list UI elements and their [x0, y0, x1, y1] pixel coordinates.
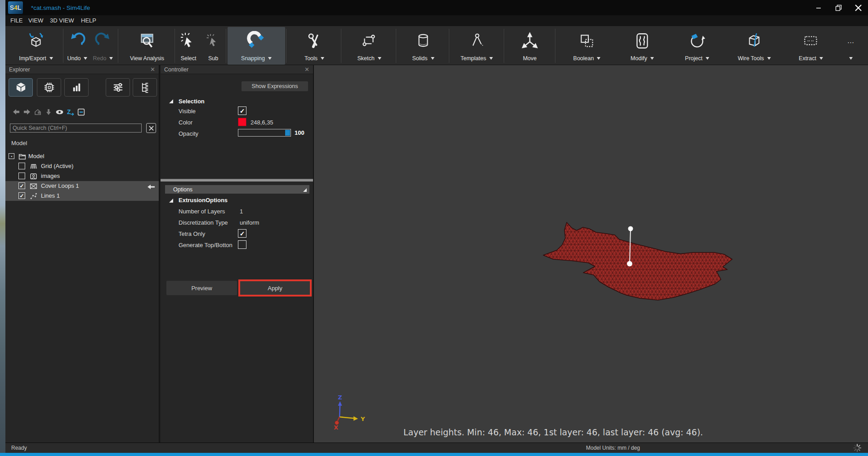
visibility-button[interactable] [55, 107, 64, 116]
opacity-slider[interactable] [238, 129, 291, 137]
dropdown-arrow-icon[interactable] [268, 57, 272, 60]
toolbar-templates-button[interactable]: Templates [451, 27, 503, 65]
tree-checkbox[interactable] [18, 163, 25, 169]
toolbar-overflow-button[interactable]: … [839, 27, 863, 65]
zoom-to-button[interactable]: Z [66, 107, 75, 116]
tree-checkbox[interactable]: ✓ [18, 192, 25, 199]
tree-item-label: Grid (Active) [41, 163, 73, 169]
tree-checkbox[interactable]: ▪ [9, 153, 14, 159]
toolbar-boolean-button[interactable]: Boolean [560, 27, 614, 65]
opacity-slider-handle[interactable] [285, 130, 290, 136]
eye-icon [55, 108, 64, 116]
menu-3d-view[interactable]: 3D VIEW [50, 15, 74, 26]
toolbar-sketch-button[interactable]: Sketch [344, 27, 395, 65]
svg-text:Z: Z [67, 108, 71, 115]
extrusion-options-title[interactable]: ExtrusionOptions [179, 197, 228, 204]
tree-row-lines[interactable]: ✓ Lines 1 [5, 191, 159, 201]
nav-forward-button[interactable] [22, 107, 31, 116]
toolbar-select-button[interactable]: Select [176, 27, 201, 65]
tab-analysis-view[interactable] [64, 78, 89, 97]
nav-home-button[interactable] [33, 107, 42, 116]
selection-section-title[interactable]: Selection [179, 98, 205, 105]
viewport-3d[interactable]: Z Y X Layer heights. Min: 46, Max: 46, 1… [314, 65, 868, 443]
cat-mesh[interactable] [543, 222, 732, 300]
dropdown-arrow-icon[interactable] [597, 57, 600, 60]
search-input[interactable] [10, 124, 142, 133]
menu-view[interactable]: VIEW [28, 15, 43, 26]
minimize-button[interactable] [809, 0, 828, 15]
dropdown-arrow-icon[interactable] [84, 57, 87, 60]
toolbar-wire-tools-button[interactable]: Wire Tools [728, 27, 781, 65]
tab-model-view[interactable] [9, 78, 33, 97]
dropdown-arrow-icon[interactable] [819, 57, 823, 60]
dropdown-arrow-icon[interactable] [431, 57, 434, 60]
tetra-only-checkbox[interactable]: ✓ [238, 229, 246, 238]
dropdown-arrow-icon[interactable] [650, 57, 654, 60]
color-swatch[interactable] [238, 118, 246, 126]
toolbar-undo-button[interactable]: Undo [65, 27, 90, 65]
tree-item-label: images [41, 173, 60, 179]
dropdown-arrow-icon[interactable] [49, 57, 53, 60]
color-value[interactable]: 248,6,35 [251, 119, 273, 126]
toolbar-redo-button[interactable]: Redo [90, 27, 116, 65]
viewport-canvas[interactable]: Z Y X [314, 65, 868, 443]
tree-checkbox[interactable]: ✓ [18, 182, 25, 189]
dropdown-arrow-icon[interactable] [109, 57, 113, 60]
expander-icon[interactable] [169, 99, 173, 103]
menu-file[interactable]: FILE [10, 15, 22, 26]
tab-properties[interactable] [106, 78, 130, 97]
search-clear-button[interactable] [146, 123, 156, 133]
dropdown-arrow-icon[interactable] [849, 57, 853, 60]
tree-row-images[interactable]: images [5, 171, 159, 181]
image-icon [30, 173, 37, 180]
toolbar-separator [118, 29, 118, 63]
visible-checkbox[interactable]: ✓ [238, 106, 246, 115]
toolbar-solids-button[interactable]: Solids [398, 27, 448, 65]
nav-back-button[interactable] [12, 107, 21, 116]
expander-icon[interactable] [169, 199, 173, 203]
tree-row-grid[interactable]: Grid (Active) [5, 161, 159, 171]
layer-heights-overlay-text: Layer heights. Min: 46, Max: 46, 1st lay… [381, 427, 725, 437]
toolbar-extract-button[interactable]: Extract [784, 27, 837, 65]
apply-button[interactable]: Apply [240, 281, 310, 295]
show-expressions-button[interactable]: Show Expressions [242, 81, 308, 91]
dropdown-arrow-icon[interactable] [489, 57, 493, 60]
toolbar-imp-export-button[interactable]: Imp/Export [8, 27, 64, 65]
generate-top-bottom-checkbox[interactable] [238, 240, 246, 249]
tab-hierarchy[interactable] [133, 78, 157, 97]
toolbar-snapping-button[interactable]: Snapping [228, 27, 285, 65]
toolbar-project-button[interactable]: Project [672, 27, 722, 65]
dropdown-arrow-icon[interactable] [706, 57, 709, 60]
tab-simulation-view[interactable] [37, 78, 61, 97]
discretization-type-value[interactable]: uniform [240, 219, 259, 226]
toolbar-view-analysis-button[interactable]: View Analysis [121, 27, 174, 65]
panel-splitter[interactable] [161, 179, 313, 182]
options-header-bar[interactable]: Options [165, 185, 309, 194]
discretization-type-label: Discretization Type [179, 219, 228, 226]
minimize-icon [815, 4, 822, 11]
number-of-layers-value[interactable]: 1 [240, 208, 243, 215]
handle-top-point[interactable] [628, 226, 633, 231]
explorer-close-icon[interactable]: ✕ [150, 66, 155, 73]
close-button[interactable] [848, 0, 868, 15]
controller-close-icon[interactable]: ✕ [304, 66, 309, 73]
restore-button[interactable] [828, 0, 848, 15]
busy-spinner-icon [853, 443, 862, 452]
menu-help[interactable]: HELP [81, 15, 96, 26]
tree-row-cover-loops[interactable]: ✓ Cover Loops 1 [5, 181, 159, 191]
dropdown-arrow-icon[interactable] [378, 57, 381, 60]
dropdown-arrow-icon[interactable] [321, 57, 324, 60]
handle-bottom-point[interactable] [627, 261, 632, 266]
tree-checkbox[interactable] [18, 173, 25, 179]
apply-button-highlight: Apply [238, 279, 312, 297]
toolbar-sub-button[interactable]: Sub [201, 27, 225, 65]
tree-row-model[interactable]: ▪ Model [5, 151, 159, 161]
toolbar-move-button[interactable]: Move [506, 27, 554, 65]
nav-goto-button[interactable] [44, 107, 53, 116]
preview-button[interactable]: Preview [166, 281, 237, 295]
home-icon [34, 108, 42, 116]
dropdown-arrow-icon[interactable] [767, 57, 771, 60]
collapse-all-button[interactable] [76, 107, 85, 116]
toolbar-tools-button[interactable]: Tools [289, 27, 340, 65]
toolbar-modify-button[interactable]: Modify [617, 27, 667, 65]
